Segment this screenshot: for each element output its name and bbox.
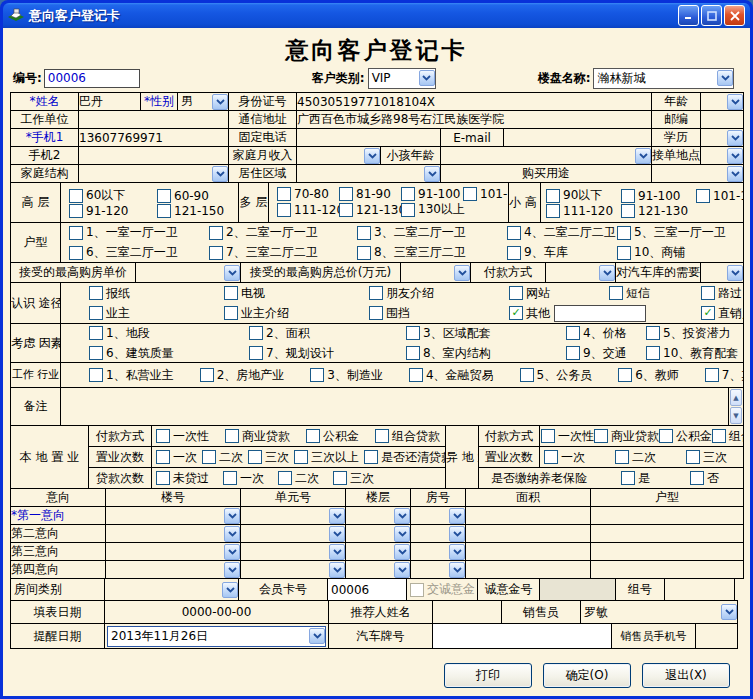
- chevron-down-icon[interactable]: [329, 526, 345, 542]
- scroll-up-icon[interactable]: ▲: [730, 389, 742, 406]
- checkbox-option[interactable]: 81-90: [339, 187, 401, 201]
- chevron-down-icon[interactable]: [424, 166, 440, 182]
- checkbox-option[interactable]: 4、二室二厅二卫: [507, 224, 617, 241]
- checkbox-option[interactable]: 公积金: [306, 428, 359, 445]
- intent3-building-select[interactable]: [106, 543, 241, 561]
- chevron-down-icon[interactable]: [222, 582, 238, 598]
- checkbox-option[interactable]: 组合贷款: [712, 428, 744, 445]
- checkbox-option[interactable]: 130以上: [401, 201, 463, 218]
- checkbox-option[interactable]: 三次: [333, 470, 374, 487]
- chevron-down-icon[interactable]: [721, 604, 737, 620]
- sales-phone-field[interactable]: [695, 623, 738, 649]
- checkbox-option[interactable]: 3、二室二厅一卫: [357, 224, 507, 241]
- salesperson-select[interactable]: 罗敏: [580, 600, 738, 624]
- zip-value[interactable]: [701, 111, 744, 129]
- print-button[interactable]: 打印: [444, 663, 532, 688]
- chevron-down-icon[interactable]: [329, 562, 345, 578]
- chevron-down-icon[interactable]: [727, 130, 743, 146]
- checkbox-option[interactable]: 91-100: [401, 187, 463, 201]
- checkbox-option[interactable]: 电视: [224, 285, 369, 302]
- checkbox-option[interactable]: 91-100: [621, 189, 696, 203]
- remark-textarea[interactable]: [61, 388, 729, 426]
- checkbox-option[interactable]: 短信: [609, 285, 701, 302]
- checkbox-option[interactable]: 1、私营业主: [89, 367, 174, 384]
- mobile1-value[interactable]: 13607769971: [79, 129, 229, 147]
- checkbox-option[interactable]: 121-130: [621, 204, 696, 218]
- checkbox-option[interactable]: 6、建筑质量: [89, 345, 249, 362]
- property-select[interactable]: 瀚林新城: [593, 68, 734, 89]
- address-value[interactable]: 广西百色市城乡路98号右江民族医学院: [297, 111, 652, 129]
- checkbox-option[interactable]: 5、投资潜力: [646, 325, 743, 342]
- intent2-unit-select[interactable]: [241, 525, 346, 543]
- checkbox-option[interactable]: 7、其他: [705, 367, 744, 384]
- garage-need-select[interactable]: [701, 263, 744, 283]
- checkbox-option[interactable]: 二次: [202, 449, 243, 466]
- intent1-room-select[interactable]: [411, 507, 466, 525]
- checkbox-option[interactable]: 8、室内结构: [406, 345, 566, 362]
- chevron-down-icon[interactable]: [329, 544, 345, 560]
- scroll-down-icon[interactable]: ▼: [730, 407, 742, 424]
- chevron-down-icon[interactable]: [212, 166, 228, 182]
- checkbox-option[interactable]: 一次: [223, 470, 264, 487]
- checkbox-option[interactable]: 一次: [156, 449, 197, 466]
- chevron-down-icon[interactable]: [727, 148, 743, 164]
- pay-method-select[interactable]: [546, 263, 616, 283]
- checkbox-option[interactable]: 3、区域配套: [406, 325, 566, 342]
- chevron-down-icon[interactable]: [394, 562, 410, 578]
- chevron-down-icon[interactable]: [329, 508, 345, 524]
- checkbox-option[interactable]: 二次: [615, 449, 656, 466]
- max-total-price-select[interactable]: [401, 263, 471, 283]
- other-input[interactable]: [554, 305, 646, 322]
- category-select[interactable]: VIP: [368, 68, 436, 89]
- checkbox-option[interactable]: 60-90: [157, 189, 238, 203]
- maximize-button[interactable]: [701, 5, 722, 26]
- intent4-unit-select[interactable]: [241, 561, 346, 579]
- checkbox-option[interactable]: 10、商铺: [617, 244, 743, 261]
- car-plate-input[interactable]: [432, 623, 612, 649]
- checkbox-option[interactable]: 路过: [701, 285, 743, 302]
- intent4-building-select[interactable]: [106, 561, 241, 579]
- remind-date-picker[interactable]: 2013年11月26日: [107, 626, 326, 647]
- checkbox-option[interactable]: 7、规划设计: [249, 345, 406, 362]
- checkbox-option[interactable]: 111-120: [546, 204, 621, 218]
- checkbox-option[interactable]: 70-80: [277, 187, 339, 201]
- email-value[interactable]: [504, 129, 652, 147]
- chevron-down-icon[interactable]: [224, 526, 240, 542]
- checkbox-checked-icon[interactable]: ✓: [701, 306, 715, 320]
- checkbox-option[interactable]: 5、三室一厅一卫: [617, 224, 743, 241]
- gender-select[interactable]: 男: [178, 93, 229, 111]
- intent3-room-select[interactable]: [411, 543, 466, 561]
- chevron-down-icon[interactable]: [212, 94, 228, 110]
- family-structure-select[interactable]: [79, 165, 229, 183]
- checkbox-option[interactable]: 三次以上: [294, 449, 359, 466]
- checkbox-option[interactable]: 否: [690, 470, 719, 487]
- checkbox-option[interactable]: 90以下: [546, 187, 621, 204]
- age-select[interactable]: [701, 93, 744, 111]
- intent2-floor-select[interactable]: [346, 525, 411, 543]
- checkbox-option[interactable]: 网站: [509, 285, 609, 302]
- name-value[interactable]: 巴丹: [79, 93, 141, 111]
- checkbox-option[interactable]: 报纸: [89, 285, 224, 302]
- checkbox-option[interactable]: 7、三室二厅二卫: [209, 244, 357, 261]
- checkbox-option[interactable]: 1、地段: [89, 325, 249, 342]
- checkbox-option[interactable]: 朋友介绍: [369, 285, 509, 302]
- checkbox-option[interactable]: 4、价格: [566, 325, 646, 342]
- checkbox-option[interactable]: 2、面积: [249, 325, 406, 342]
- child-age-select[interactable]: [441, 147, 652, 165]
- checkbox-option[interactable]: 二次: [278, 470, 319, 487]
- checkbox-option[interactable]: 6、三室二厅一卫: [69, 244, 209, 261]
- intent1-unit-select[interactable]: [241, 507, 346, 525]
- checkbox-option[interactable]: 围挡: [369, 305, 509, 322]
- checkbox-option[interactable]: 未贷过: [156, 470, 209, 487]
- checkbox-option[interactable]: 是: [621, 470, 650, 487]
- id-value[interactable]: 45030519771018104X: [297, 93, 652, 111]
- chevron-down-icon[interactable]: [224, 562, 240, 578]
- intent3-unit-select[interactable]: [241, 543, 346, 561]
- checkbox-option[interactable]: 业主: [89, 305, 224, 322]
- chevron-down-icon[interactable]: [364, 148, 380, 164]
- checkbox-other[interactable]: ✓其他: [509, 305, 550, 322]
- chevron-down-icon[interactable]: [454, 265, 470, 281]
- chevron-down-icon[interactable]: [449, 562, 465, 578]
- chevron-down-icon[interactable]: [419, 70, 435, 86]
- checkbox-option[interactable]: 5、公务员: [520, 367, 593, 384]
